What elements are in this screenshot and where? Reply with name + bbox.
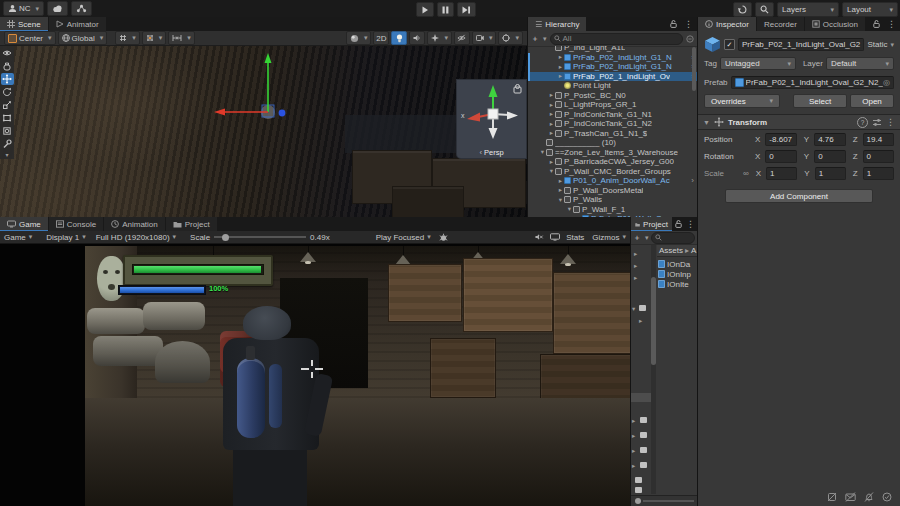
object-name-field[interactable]: PrFab_P02_1_IndLight_Oval_G2 bbox=[738, 38, 864, 51]
component-view-dropdown[interactable]: ▾ bbox=[472, 31, 497, 45]
step-button[interactable] bbox=[457, 2, 476, 17]
help-icon[interactable]: ? bbox=[857, 117, 868, 128]
hierarchy-item[interactable]: ▸P_TrashCan_G1_N1_$ bbox=[528, 129, 697, 139]
tab-animation[interactable]: Animation bbox=[104, 217, 166, 231]
rotation-z-field[interactable]: 0 bbox=[863, 150, 894, 163]
create-asset-button[interactable]: ＋▾ bbox=[633, 232, 649, 243]
rect-tool-button[interactable] bbox=[1, 112, 14, 124]
collab-button[interactable] bbox=[71, 1, 92, 16]
kebab-menu-icon[interactable]: ⋮ bbox=[886, 117, 895, 127]
project-file-item[interactable]: IOnDa bbox=[658, 259, 696, 269]
tree-expand-icon[interactable]: ▸ bbox=[632, 417, 635, 425]
hand-tool-button[interactable] bbox=[1, 60, 14, 72]
undo-history-button[interactable] bbox=[733, 2, 752, 17]
folder-icon[interactable] bbox=[639, 305, 646, 311]
game-viewport[interactable]: 100% bbox=[0, 244, 630, 506]
tab-hierarchy[interactable]: ☰ Hierarchy bbox=[528, 17, 587, 31]
tree-expand-icon[interactable]: ▸ bbox=[632, 462, 635, 470]
tab-scene[interactable]: Scene bbox=[0, 17, 49, 31]
hierarchy-search-input[interactable]: All bbox=[550, 33, 683, 45]
increment-snap-dropdown[interactable]: ▾ bbox=[142, 31, 167, 45]
expand-arrow-icon[interactable]: ▸ bbox=[548, 91, 555, 99]
expand-arrow-icon[interactable]: ▸ bbox=[548, 129, 555, 137]
layers-dropdown[interactable]: Layers ▾ bbox=[777, 2, 839, 17]
cloud-button[interactable] bbox=[47, 1, 68, 16]
expand-arrow-icon[interactable]: ▸ bbox=[557, 186, 564, 194]
tree-expand-icon[interactable]: ▸ bbox=[632, 432, 635, 440]
prefab-object-field[interactable]: PrFab_P02_1_IndLight_Oval_G2_N2_BaseC ◎ bbox=[731, 76, 894, 89]
tab-project[interactable]: Project bbox=[631, 217, 673, 231]
expand-arrow-icon[interactable]: ▸ bbox=[557, 63, 564, 71]
hierarchy-item[interactable]: ▸PrFab_P02_IndLight_G1_N› bbox=[528, 62, 697, 72]
scale-y-field[interactable]: 1 bbox=[815, 167, 846, 180]
custom-tool-button[interactable] bbox=[1, 138, 14, 150]
slashed-mail-icon[interactable] bbox=[845, 492, 856, 502]
scale-z-field[interactable]: 1 bbox=[863, 167, 894, 180]
project-zoom-slider[interactable] bbox=[631, 495, 698, 506]
overrides-dropdown[interactable]: Overrides ▾ bbox=[704, 94, 780, 108]
orientation-gizmo-panel[interactable]: x ‹ Persp bbox=[456, 79, 527, 159]
folder-icon[interactable] bbox=[640, 417, 647, 423]
rotate-tool-button[interactable] bbox=[1, 86, 14, 98]
hierarchy-item[interactable]: ▸PrFab_P02_IndLight_G1_N› bbox=[528, 53, 697, 63]
tree-expand-icon[interactable]: ▸ bbox=[634, 274, 637, 282]
kebab-menu-icon[interactable]: ⋮ bbox=[680, 17, 697, 31]
expand-arrow-icon[interactable]: ▾ bbox=[539, 148, 546, 156]
tab-animator[interactable]: Animator bbox=[49, 17, 107, 31]
view-tool-button[interactable] bbox=[1, 47, 14, 59]
tab-project-game-row[interactable]: Project bbox=[166, 217, 218, 231]
expand-arrow-icon[interactable]: ▾ bbox=[557, 196, 564, 204]
hierarchy-item[interactable]: ▸L_LightProps_GR_1 bbox=[528, 100, 697, 110]
kebab-menu-icon[interactable]: ⋮ bbox=[883, 17, 900, 31]
slashed-brush-icon[interactable] bbox=[827, 492, 837, 502]
axis-gizmo[interactable]: x bbox=[456, 81, 527, 143]
account-button[interactable]: NC ▾ bbox=[3, 1, 44, 16]
transform-tool-button[interactable] bbox=[1, 125, 14, 137]
hierarchy-item[interactable]: ▾P_Walls bbox=[528, 195, 697, 205]
presets-icon[interactable] bbox=[872, 118, 882, 127]
open-button[interactable]: Open bbox=[850, 94, 894, 108]
mute-audio-icon[interactable] bbox=[535, 233, 544, 241]
2d-toggle[interactable]: 2D bbox=[373, 31, 389, 45]
hierarchy-item[interactable]: ▾P_Wall_CMC_Border_Groups bbox=[528, 167, 697, 177]
rotation-y-field[interactable]: 0 bbox=[814, 150, 845, 163]
folder-icon[interactable] bbox=[640, 447, 647, 453]
scale-tool-button[interactable] bbox=[1, 99, 14, 111]
project-scrollbar-thumb[interactable] bbox=[651, 277, 656, 365]
tab-game[interactable]: Game bbox=[0, 217, 49, 231]
folder-icon[interactable] bbox=[635, 477, 642, 483]
hierarchy-item[interactable]: Point Light bbox=[528, 81, 697, 91]
projection-toggle[interactable]: ‹ Persp bbox=[456, 148, 527, 157]
breadcrumb-root[interactable]: Assets bbox=[659, 246, 683, 255]
scene-lighting-toggle[interactable] bbox=[391, 31, 407, 45]
tool-strip-chevron-icon[interactable]: ▾ bbox=[5, 151, 8, 158]
expand-arrow-icon[interactable]: ▸ bbox=[548, 158, 555, 166]
hierarchy-item[interactable]: ▸PrFab_P02_1_IndLight_Ov› bbox=[528, 72, 697, 82]
effects-dropdown[interactable]: ▾ bbox=[427, 31, 452, 45]
resolution-dropdown[interactable]: Full HD (1920x1080)▾ bbox=[96, 233, 176, 242]
tab-recorder[interactable]: Recorder bbox=[757, 17, 805, 31]
gizmos-dropdown[interactable]: Gizmos▾ bbox=[592, 233, 626, 242]
gizmo-settings-dropdown[interactable]: ▾ bbox=[498, 31, 523, 45]
hierarchy-item[interactable]: ▸P_Wall_DoorsMetal bbox=[528, 186, 697, 196]
tab-occlusion[interactable]: Occlusion bbox=[805, 17, 866, 31]
expand-arrow-icon[interactable]: ▸ bbox=[557, 177, 564, 185]
foldout-arrow-icon[interactable]: ▼ bbox=[703, 119, 710, 126]
expand-arrow-icon[interactable]: ▸ bbox=[548, 110, 555, 118]
constrain-proportions-icon[interactable]: ∞ bbox=[743, 169, 749, 178]
position-x-field[interactable]: -8.607 bbox=[765, 133, 796, 146]
tree-expand-icon[interactable]: ▸ bbox=[634, 250, 637, 258]
hierarchy-item[interactable]: ▸P_IndConicTank_G1_N1 bbox=[528, 110, 697, 120]
layout-dropdown[interactable]: Layout ▾ bbox=[842, 2, 898, 17]
play-button[interactable] bbox=[416, 2, 434, 17]
vsync-monitor-icon[interactable] bbox=[550, 233, 560, 241]
stats-toggle[interactable]: Stats bbox=[566, 233, 584, 242]
project-file-item[interactable]: IOnIte bbox=[658, 279, 696, 289]
shading-mode-dropdown[interactable]: ▾ bbox=[346, 31, 372, 45]
tab-console[interactable]: Console bbox=[49, 217, 104, 231]
game-target-dropdown[interactable]: Game▾ bbox=[4, 233, 32, 242]
project-search-input[interactable] bbox=[651, 232, 695, 244]
lock-icon[interactable] bbox=[667, 17, 680, 31]
active-checkbox[interactable]: ✓ bbox=[724, 39, 735, 50]
grid-snap-dropdown[interactable]: ▾ bbox=[115, 31, 140, 45]
